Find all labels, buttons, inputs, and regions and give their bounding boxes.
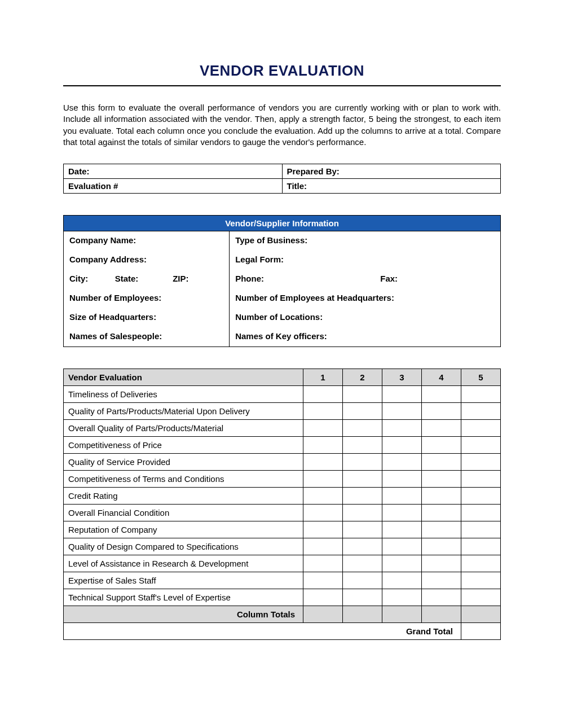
eval-rating-cell[interactable] xyxy=(382,538,422,555)
eval-rating-cell[interactable] xyxy=(461,505,501,521)
company-name-field[interactable]: Company Name: xyxy=(64,231,230,251)
eval-rating-cell[interactable] xyxy=(303,521,343,538)
column-total-4[interactable] xyxy=(422,606,461,623)
eval-rating-cell[interactable] xyxy=(422,505,461,521)
eval-rating-cell[interactable] xyxy=(382,488,422,505)
eval-rating-cell[interactable] xyxy=(461,386,501,403)
eval-rating-cell[interactable] xyxy=(422,521,461,538)
eval-rating-cell[interactable] xyxy=(382,572,422,589)
title-field[interactable]: Title: xyxy=(282,179,501,194)
eval-rating-cell[interactable] xyxy=(461,521,501,538)
page-title: VENDOR EVALUATION xyxy=(63,62,501,80)
eval-rating-cell[interactable] xyxy=(461,589,501,606)
eval-rating-cell[interactable] xyxy=(303,505,343,521)
eval-rating-cell[interactable] xyxy=(303,538,343,555)
eval-rating-cell[interactable] xyxy=(343,403,382,420)
eval-criterion-label: Expertise of Sales Staff xyxy=(64,572,303,589)
state-field[interactable]: State: xyxy=(115,274,170,283)
eval-rating-cell[interactable] xyxy=(343,471,382,488)
num-employees-field[interactable]: Number of Employees: xyxy=(64,289,230,308)
vendor-info-header: Vendor/Supplier Information xyxy=(64,216,501,231)
eval-rating-cell[interactable] xyxy=(422,454,461,471)
eval-col-4: 4 xyxy=(422,369,461,386)
eval-rating-cell[interactable] xyxy=(422,555,461,572)
eval-rating-cell[interactable] xyxy=(343,572,382,589)
city-field[interactable]: City: xyxy=(69,274,112,283)
eval-col-5: 5 xyxy=(461,369,501,386)
column-total-3[interactable] xyxy=(382,606,422,623)
eval-rating-cell[interactable] xyxy=(422,538,461,555)
eval-rating-cell[interactable] xyxy=(343,437,382,454)
eval-rating-cell[interactable] xyxy=(303,555,343,572)
eval-rating-cell[interactable] xyxy=(343,505,382,521)
company-address-field[interactable]: Company Address: xyxy=(64,251,230,270)
eval-rating-cell[interactable] xyxy=(382,521,422,538)
eval-rating-cell[interactable] xyxy=(382,555,422,572)
fax-field[interactable]: Fax: xyxy=(380,274,398,283)
eval-rating-cell[interactable] xyxy=(303,471,343,488)
eval-rating-cell[interactable] xyxy=(303,589,343,606)
eval-rating-cell[interactable] xyxy=(382,505,422,521)
eval-rating-cell[interactable] xyxy=(461,555,501,572)
eval-rating-cell[interactable] xyxy=(382,420,422,437)
phone-field[interactable]: Phone: xyxy=(235,274,378,283)
eval-rating-cell[interactable] xyxy=(422,589,461,606)
num-locations-field[interactable]: Number of Locations: xyxy=(230,308,501,327)
phone-fax-row[interactable]: Phone: Fax: xyxy=(230,270,501,289)
eval-rating-cell[interactable] xyxy=(303,454,343,471)
eval-rating-cell[interactable] xyxy=(461,454,501,471)
eval-rating-cell[interactable] xyxy=(303,572,343,589)
eval-rating-cell[interactable] xyxy=(461,471,501,488)
column-total-1[interactable] xyxy=(303,606,343,623)
eval-rating-cell[interactable] xyxy=(422,386,461,403)
eval-rating-cell[interactable] xyxy=(461,572,501,589)
eval-rating-cell[interactable] xyxy=(461,403,501,420)
eval-rating-cell[interactable] xyxy=(343,454,382,471)
eval-header-label: Vendor Evaluation xyxy=(64,369,303,386)
column-total-2[interactable] xyxy=(343,606,382,623)
eval-criterion-label: Competitiveness of Price xyxy=(64,437,303,454)
eval-rating-cell[interactable] xyxy=(461,437,501,454)
prepared-by-field[interactable]: Prepared By: xyxy=(282,164,501,179)
eval-rating-cell[interactable] xyxy=(422,437,461,454)
eval-rating-cell[interactable] xyxy=(422,471,461,488)
eval-rating-cell[interactable] xyxy=(343,420,382,437)
eval-rating-cell[interactable] xyxy=(343,555,382,572)
eval-rating-cell[interactable] xyxy=(422,572,461,589)
legal-form-field[interactable]: Legal Form: xyxy=(230,251,501,270)
eval-rating-cell[interactable] xyxy=(461,420,501,437)
eval-rating-cell[interactable] xyxy=(303,386,343,403)
eval-rating-cell[interactable] xyxy=(343,488,382,505)
type-of-business-field[interactable]: Type of Business: xyxy=(230,231,501,251)
eval-rating-cell[interactable] xyxy=(303,488,343,505)
date-field[interactable]: Date: xyxy=(64,164,283,179)
grand-total-value[interactable] xyxy=(461,623,501,640)
eval-rating-cell[interactable] xyxy=(303,403,343,420)
size-hq-field[interactable]: Size of Headquarters: xyxy=(64,308,230,327)
salespeople-field[interactable]: Names of Salespeople: xyxy=(64,327,230,347)
city-state-zip-row[interactable]: City: State: ZIP: xyxy=(64,270,230,289)
eval-rating-cell[interactable] xyxy=(461,488,501,505)
eval-rating-cell[interactable] xyxy=(422,403,461,420)
eval-rating-cell[interactable] xyxy=(382,454,422,471)
evaluation-number-field[interactable]: Evaluation # xyxy=(64,179,283,194)
eval-rating-cell[interactable] xyxy=(343,521,382,538)
key-officers-field[interactable]: Names of Key officers: xyxy=(230,327,501,347)
column-total-5[interactable] xyxy=(461,606,501,623)
eval-rating-cell[interactable] xyxy=(343,386,382,403)
eval-rating-cell[interactable] xyxy=(422,420,461,437)
eval-rating-cell[interactable] xyxy=(343,538,382,555)
eval-rating-cell[interactable] xyxy=(303,420,343,437)
eval-rating-cell[interactable] xyxy=(382,471,422,488)
eval-row: Quality of Design Compared to Specificat… xyxy=(64,538,501,555)
eval-rating-cell[interactable] xyxy=(343,589,382,606)
num-employees-hq-field[interactable]: Number of Employees at Headquarters: xyxy=(230,289,501,308)
eval-rating-cell[interactable] xyxy=(303,437,343,454)
zip-field[interactable]: ZIP: xyxy=(173,274,188,283)
eval-rating-cell[interactable] xyxy=(382,403,422,420)
eval-rating-cell[interactable] xyxy=(382,589,422,606)
eval-rating-cell[interactable] xyxy=(422,488,461,505)
eval-rating-cell[interactable] xyxy=(461,538,501,555)
eval-rating-cell[interactable] xyxy=(382,386,422,403)
eval-rating-cell[interactable] xyxy=(382,437,422,454)
